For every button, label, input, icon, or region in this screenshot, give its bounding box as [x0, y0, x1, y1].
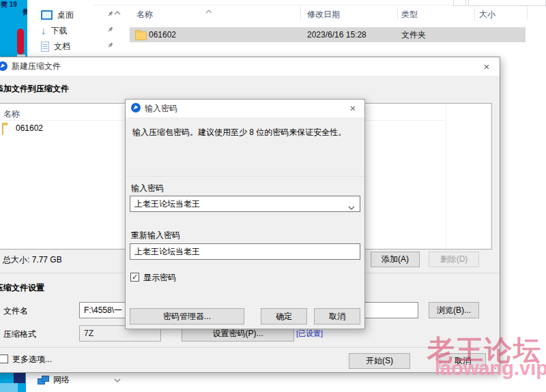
column-divider[interactable] [397, 7, 398, 20]
sidebar-item-network[interactable]: 网络 [38, 372, 119, 387]
close-icon[interactable]: × [480, 61, 493, 72]
desktop-corner-bottom [0, 372, 26, 392]
total-size-text: 总大小: 7.77 GB [3, 254, 62, 266]
ok-button[interactable]: 确定 [261, 308, 307, 325]
sidebar-item-documents[interactable]: 文档 [41, 39, 123, 54]
dialog-title: 新建压缩文件 [12, 61, 61, 72]
password-dialog: 输入密码 × 输入压缩包密码。建议使用至少 8 位的密码来保证安全性。 输入密码… [125, 99, 365, 329]
sidebar-item-label: 文档 [54, 41, 70, 52]
password-value: 上老王论坛当老王 [134, 198, 200, 210]
bandizip-icon [131, 103, 141, 115]
sidebar-scroll-up[interactable] [113, 8, 121, 18]
password-set-link[interactable]: [已设置] [296, 329, 323, 339]
column-divider[interactable] [474, 7, 475, 20]
column-divider[interactable] [300, 7, 301, 20]
dialog-title: 输入密码 [145, 103, 177, 115]
desktop-icon-label: 樊 [23, 7, 27, 17]
pin-icon [106, 26, 114, 35]
chevron-down-icon[interactable] [348, 202, 355, 212]
network-icon [38, 376, 48, 385]
divider [126, 176, 364, 177]
file-row-selected[interactable]: 061602 2023/6/16 15:28 文件夹 [130, 27, 526, 42]
folder-icon [2, 124, 3, 135]
folder-icon [135, 31, 147, 40]
column-header-name[interactable]: 名称 [136, 9, 153, 20]
bandizip-icon [0, 61, 8, 73]
file-modified: 2023/6/16 15:28 [307, 30, 367, 40]
sidebar-scroll-down[interactable] [113, 376, 121, 385]
format-label: 压缩格式 [3, 329, 36, 340]
more-options-checkbox[interactable] [0, 355, 8, 363]
desktop-navy-shape [14, 373, 25, 383]
cancel-button[interactable]: 取消 [314, 308, 360, 325]
sidebar-item-label: 网络 [53, 374, 70, 386]
confirm-password-input[interactable]: 上老王论坛当老王 [130, 243, 360, 260]
filename-label: 文件名 [3, 305, 28, 317]
sidebar-item-label: 下载 [51, 25, 68, 37]
password-label: 输入密码 [131, 183, 164, 194]
desktop-icon [41, 10, 53, 20]
password-manager-button[interactable]: 密码管理器... [130, 308, 244, 325]
sidebar-item-downloads[interactable]: ↓ 下载 [41, 23, 123, 38]
watermark-url: laowang.vip [435, 357, 546, 380]
more-options-label[interactable]: 更多选项... [12, 354, 52, 365]
file-type: 文件夹 [401, 29, 426, 41]
list-header-name[interactable]: 名称 [3, 108, 20, 120]
show-password-label[interactable]: 显示密码 [143, 272, 176, 284]
password-description: 输入压缩包密码。建议使用至少 8 位的密码来保证安全性。 [132, 127, 359, 138]
browse-button[interactable]: 浏览(B)... [429, 302, 479, 318]
show-password-checkbox[interactable] [130, 273, 139, 282]
sidebar-item-label: 桌面 [57, 10, 74, 21]
desktop-corner-top: 樊 19 樊 [0, 0, 27, 61]
list-column-divider[interactable] [446, 104, 446, 247]
search-box[interactable] [468, 0, 546, 6]
section-archive-settings: 压缩文件设置 [0, 282, 44, 294]
document-icon [41, 42, 49, 52]
confirm-password-label: 重新输入密码 [131, 230, 180, 241]
divider [0, 347, 500, 348]
sidebar-item-desktop[interactable]: 桌面 [41, 7, 123, 22]
desktop-icon-label: 樊 19 [1, 0, 17, 10]
column-header-modified[interactable]: 修改日期 [307, 9, 340, 20]
file-name: 061602 [149, 30, 176, 40]
start-button[interactable]: 开始(S) [349, 353, 410, 369]
list-item[interactable]: 061602 [16, 123, 43, 133]
desktop-lightblue-shape [0, 383, 18, 392]
sort-ascending-icon [205, 6, 212, 16]
add-button[interactable]: 添加(A) [371, 252, 420, 267]
column-header-size[interactable]: 大小 [479, 9, 495, 20]
column-divider[interactable] [527, 7, 528, 20]
pin-icon [106, 42, 114, 51]
section-add-files: 添加文件到压缩文件 [0, 83, 69, 95]
column-header-type[interactable]: 类型 [401, 9, 418, 20]
password-combobox[interactable]: 上老王论坛当老王 [130, 196, 360, 212]
close-icon[interactable]: × [347, 102, 359, 114]
new-archive-titlebar[interactable]: 新建压缩文件 × [0, 57, 500, 76]
desktop-red-shape [17, 29, 24, 55]
download-icon: ↓ [41, 27, 46, 35]
password-titlebar[interactable]: 输入密码 × [126, 100, 364, 117]
delete-button: 删除(D) [429, 252, 479, 267]
address-bar-button[interactable] [453, 0, 466, 6]
